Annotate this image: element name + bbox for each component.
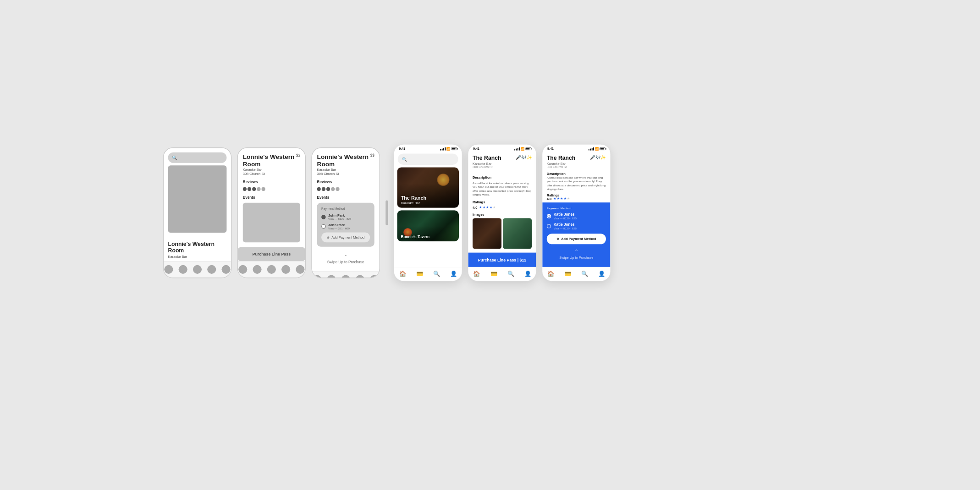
phone-search: 9:41 📶 🔍 The Ranch Karaoke Bar [394,144,462,281]
card-icon-4[interactable]: 💳 [416,270,423,277]
home-icon-5[interactable]: 🏠 [473,270,480,277]
signal-4 [440,147,446,150]
battery-4 [451,147,457,150]
bottom-nav-6: 🏠 💳 🔍 👤 [542,267,610,281]
payment-card-color-1: Visa — 8129 · 825 [554,217,577,220]
description-text-6: A small local karaoke bar where you can … [547,175,606,191]
img-outdoor-1 [503,218,532,249]
bottom-nav-4: 🏠 💳 🔍 👤 [394,267,462,281]
venue-name-wire-1: Lonnie's Western Room [168,241,227,254]
venue-type-wire-3: Karaoke Bar [317,168,370,172]
star5-5: ★ [493,206,496,209]
venue-bonnies-label: Bonnie's Tavern [401,234,430,239]
battery-5 [526,147,531,150]
payment-card-color-2: Visa — 8129 · 825 [554,227,577,230]
venue-address-wire-2: 308 Church St [243,172,296,175]
star6-4: ★ [564,197,567,200]
payment-option-6-2[interactable]: Katie Jones Visa — 8129 · 825 [547,223,606,230]
ratings-title-5: Ratings [473,200,532,204]
img-tile-2 [503,218,532,249]
radio-wire-1[interactable] [321,215,326,219]
nav-dot-w3-3[interactable] [341,275,350,278]
star6-5: ★ [567,197,570,200]
add-payment-label-wire: Add Payment Method [331,235,364,239]
star-3 [252,187,256,191]
section-divider [385,200,388,225]
nav-dot-2[interactable] [179,265,187,274]
wifi-icon-5: 📶 [521,147,524,150]
venue-type-wire-1: Karaoke Bar [168,255,227,258]
payment-card-wire-1: Visa — 8129 · 825 [328,218,351,221]
search-icon-4: 🔍 [402,157,407,162]
search-bar-wire-1[interactable]: 🔍 [168,152,227,163]
star-5 [262,187,265,191]
radio-color-1[interactable] [547,214,551,218]
nav-dot-w3-4[interactable] [356,275,364,278]
venue-price-wire-3: $$ [370,153,374,158]
swipe-up-wire[interactable]: ⌃ Swipe Up to Purchase [317,252,374,266]
wifi-icon-6: 📶 [595,147,599,150]
nav-dot-w3-2[interactable] [327,275,336,278]
venue-name-wire-3: Lonnie's Western Room [317,153,370,168]
venue-type-wire-2: Karaoke Bar [243,168,296,172]
radio-wire-2[interactable] [321,224,326,229]
radio-color-2[interactable] [547,224,551,229]
payment-option-wire-1[interactable]: John Park Visa — 8129 · 825 [321,214,370,221]
venue-name-wire-2: Lonnie's Western Room [243,153,296,168]
payment-modal-wire: Payment Method John Park Visa — 8129 · 8… [317,203,374,247]
wifi-icon-4: 📶 [446,147,450,150]
nav-dot-w2-3[interactable] [267,265,276,274]
ratings-row-5: 4.0 ★ ★ ★ ★ ★ [473,206,532,209]
nav-dot-3[interactable] [193,265,202,274]
search-icon-nav-5[interactable]: 🔍 [507,270,514,277]
description-title-6: Description [547,172,606,175]
search-icon-nav-6[interactable]: 🔍 [581,270,588,277]
venue-subtitle-6: Karaoke Bar [547,162,576,165]
swipe-chevron-color: ⌃ [574,249,578,255]
nav-dot-w2-1[interactable] [238,265,247,274]
venue-emojis-6: 🎤🎶✨ [590,155,606,160]
payment-name-wire-2: John Park [328,223,350,227]
wireframe-phone-2: Lonnie's Western Room Karaoke Bar 308 Ch… [237,147,306,278]
payment-option-wire-2[interactable]: John Park Visa — 281 · 609 [321,223,370,230]
nav-bar-wire-2 [238,261,305,278]
stars-5: ★ ★ ★ ★ ★ [479,206,496,209]
search-icon-nav-4[interactable]: 🔍 [433,270,440,277]
venue-card-ranch[interactable]: The Ranch Karaoke Bar [397,167,459,207]
status-bar-4: 9:41 📶 [394,145,462,152]
swipe-chevron-wire: ⌃ [344,254,347,259]
add-payment-color-6[interactable]: ⊕ Add Payment Method [547,234,606,244]
nav-dot-w2-5[interactable] [296,265,304,274]
nav-dot-w2-2[interactable] [253,265,262,274]
nav-dot-w3-5[interactable] [370,275,379,278]
battery-6 [600,147,605,150]
swipe-up-color-6[interactable]: ⌃ Swipe Up to Purchase [547,247,606,261]
card-icon-6[interactable]: 💳 [564,270,571,277]
profile-icon-6[interactable]: 👤 [598,270,605,277]
venue-address-6: 308 Church St [547,165,576,169]
profile-icon-4[interactable]: 👤 [450,270,457,277]
nav-dot-4[interactable] [207,265,216,274]
stars-6: ★ ★ ★ ★ ★ [553,197,570,200]
card-icon-5[interactable]: 💳 [490,270,497,277]
nav-dot-1[interactable] [164,265,173,274]
nav-dot-5[interactable] [222,265,231,274]
venue-title-6: The Ranch [547,155,576,162]
search-header-4: 🔍 [394,152,462,167]
purchase-btn-5[interactable]: Purchase Line Pass | $12 [468,253,536,267]
profile-icon-5[interactable]: 👤 [524,270,531,277]
venue-card-bonnies[interactable]: Bonnie's Tavern [397,210,459,241]
star5-2: ★ [483,206,485,209]
add-payment-wire[interactable]: ⊕ Add Payment Method [321,232,370,242]
home-icon-4[interactable]: 🏠 [399,270,406,277]
purchase-btn-wire-2[interactable]: Purchase Line Pass [238,247,305,261]
payment-option-6-1[interactable]: Katie Jones Visa — 8129 · 825 [547,212,606,220]
home-icon-6[interactable]: 🏠 [547,270,554,277]
plus-icon-color: ⊕ [556,237,559,241]
search-bar-4[interactable]: 🔍 [398,153,458,164]
rating-value-5: 4.0 [473,206,477,209]
description-title-5: Description [473,175,532,179]
payment-overlay-6: Payment Method Katie Jones Visa — 8129 ·… [542,202,610,267]
nav-dot-w3-1[interactable] [313,275,321,278]
nav-dot-w2-4[interactable] [281,265,290,274]
